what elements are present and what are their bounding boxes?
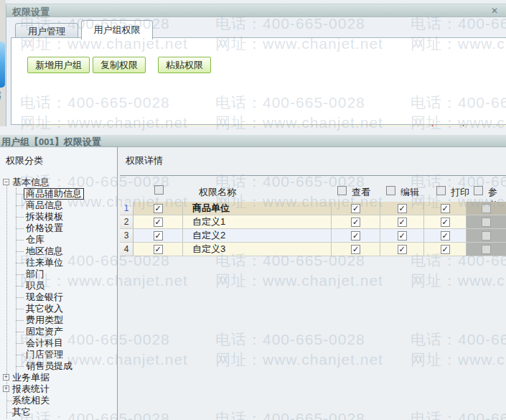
tree-item[interactable]: 仓库 [0,234,117,246]
checkbox [482,204,491,213]
cell-perm-1: ✓ [380,215,424,229]
cell-permission-name: 自定义1 [183,215,332,229]
tree-item[interactable]: +报表统计 [0,383,117,395]
tree-item[interactable]: 门店管理 [0,349,117,360]
select-all-print-checkbox[interactable] [436,186,446,195]
checkbox [482,245,491,254]
tree-stub [16,320,24,321]
tree-stub [16,274,24,275]
tree-stub [16,366,24,367]
tree-item-label: 地区信息 [26,246,63,257]
tab-user-management[interactable]: 用户管理 [15,23,78,39]
checkbox[interactable]: ✓ [351,231,360,241]
tree-item-label: 商品信息 [26,200,63,211]
cell-select: ✓ [133,243,183,256]
tab-user-group-permissions[interactable]: 用户组权限 [81,20,153,39]
paste-permissions-button[interactable]: 粘贴权限 [158,57,211,73]
cell-permission-name: 自定义3 [183,243,332,256]
permission-category-tree: −基本信息商品辅助信息商品信息拆装模板价格设置仓库地区信息往来单位部门职员现金银… [0,177,117,420]
tree-item-label: 费用类型 [26,314,63,326]
tree-item[interactable]: +业务单据 [0,372,117,383]
tree-item[interactable]: 地区信息 [0,246,117,257]
tree-item[interactable]: 固定资产 [0,326,117,337]
tree-item[interactable]: 现金银行 [0,291,117,303]
tree-stub [16,332,24,332]
add-user-group-button[interactable]: 新增用户组 [27,57,90,73]
checkbox[interactable]: ✓ [398,204,407,213]
checkbox[interactable]: ✓ [154,245,163,254]
tree-item[interactable]: 其它 [0,406,117,418]
cell-perm-3 [467,202,506,215]
cell-select: ✓ [133,215,183,229]
checkbox[interactable]: ✓ [441,218,450,227]
tree-item-label: 业务单据 [12,372,50,383]
tree-item-label: 现金银行 [26,291,63,303]
tree-item-label: 往来单位 [26,257,63,269]
tree-item[interactable]: −基本信息 [0,177,117,188]
checkbox[interactable]: ✓ [154,218,163,227]
cell-perm-3 [467,215,506,229]
cell-permission-name: 自定义2 [183,229,332,243]
tree-item[interactable]: 部门 [0,269,117,280]
tree-item[interactable]: 系统相关 [0,395,117,406]
checkbox[interactable]: ✓ [441,204,450,213]
tree-item[interactable]: 费用类型 [0,314,117,326]
checkbox[interactable]: ✓ [398,245,407,254]
tree-stub [16,297,24,298]
cell-perm-0: ✓ [332,243,380,256]
select-all-edit-checkbox[interactable] [386,186,395,195]
select-all-checkbox[interactable] [154,185,164,195]
cell-perm-1: ✓ [380,229,424,243]
tree-item-label: 销售员提成 [26,360,72,372]
row-number: 3 [120,229,133,243]
cell-perm-2: ✓ [424,215,467,229]
cell-perm-0: ✓ [332,215,380,229]
permission-row: 4✓自定义3✓✓✓ [120,243,506,256]
tree-item-label: 价格设置 [26,223,63,234]
checkbox [482,231,491,241]
tree-expander-icon[interactable]: − [3,179,9,185]
tree-item[interactable]: 会计科目 [0,337,117,349]
detail-panel-title: 权限详情 [126,154,163,167]
select-all-ref-checkbox[interactable] [474,186,483,195]
checkbox[interactable]: ✓ [154,204,163,213]
checkbox[interactable]: ✓ [351,204,360,213]
tree-expander-icon[interactable]: + [3,374,9,381]
group-permission-section-bar: 用户组【001】权限设置 [0,135,506,147]
checkbox[interactable]: ✓ [398,218,407,227]
tree-stub [16,343,24,344]
tree-item-label: 其它收入 [26,303,63,314]
checkbox [482,218,491,227]
row-number: 1 [120,202,133,215]
tree-item-label: 商品辅助信息 [24,188,84,200]
checkbox[interactable]: ✓ [351,218,360,227]
tree-item[interactable]: 价格设置 [0,223,117,234]
tree-stub [16,228,24,229]
select-all-view-checkbox[interactable] [337,186,347,195]
tree-item[interactable]: 商品辅助信息 [0,188,117,200]
tree-expander-icon[interactable]: + [3,386,9,392]
permission-grid-header: 权限名称 查看 编辑 打印 参考 [120,176,506,202]
tab-content-panel: 新增用户组 复制权限 粘贴权限 [11,37,506,125]
tree-item[interactable]: 销售员提成 [0,360,117,372]
checkbox[interactable]: ✓ [441,245,450,254]
dialog-titlebar[interactable]: 权限设置 ✕ [6,4,506,17]
checkbox[interactable]: ✓ [441,231,450,241]
tree-item[interactable]: 职员 [0,280,117,291]
tree-item[interactable]: 拆装模板 [0,211,117,223]
checkbox[interactable]: ✓ [154,231,163,241]
tree-item-label: 基本信息 [12,177,50,188]
tabstrip: 用户管理 用户组权限 [6,17,506,39]
tree-stub [16,286,24,286]
tree-item[interactable]: 往来单位 [0,257,117,269]
close-icon[interactable]: ✕ [489,6,500,16]
tree-stub [16,309,24,309]
checkbox[interactable]: ✓ [351,245,360,254]
checkbox[interactable]: ✓ [398,231,407,241]
tree-item[interactable]: 其它收入 [0,303,117,314]
tree-item-label: 门店管理 [26,349,63,360]
copy-permissions-button[interactable]: 复制权限 [93,57,146,73]
tree-item[interactable]: 商品信息 [0,200,117,211]
permission-row: 2✓自定义1✓✓✓ [120,215,506,229]
cell-perm-2: ✓ [424,243,467,256]
